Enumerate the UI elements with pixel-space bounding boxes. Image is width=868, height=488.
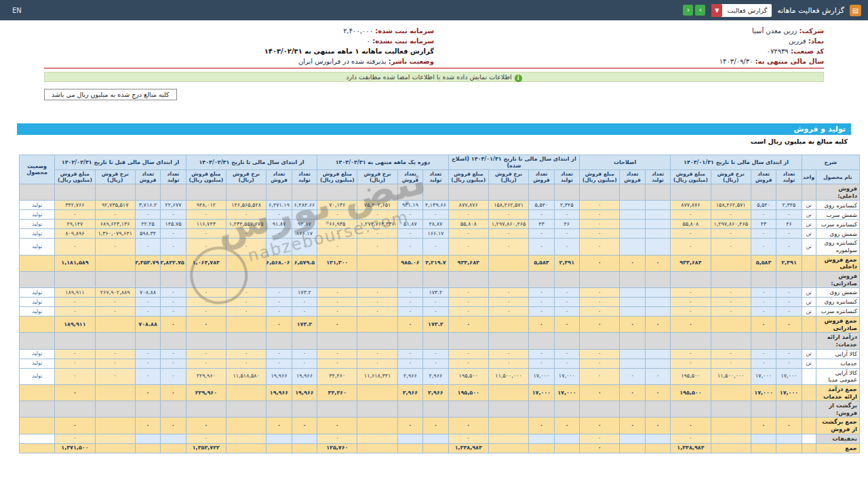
table-cell: ۹۳۳,۶۸۴ xyxy=(671,255,711,271)
table-cell: ۱,۰۶۴,۷۸۴ xyxy=(186,255,226,271)
table-cell: ۶,۵۷۹.۵ xyxy=(292,255,317,271)
table-cell xyxy=(488,384,528,401)
table-row: جمع۱,۳۴۸,۹۸۴۰۱,۳۴۸,۹۸۴۱۲۵,۷۶۰۱,۳۵۳,۷۲۲۱,… xyxy=(20,443,860,453)
table-cell: ۱۱۶,۷۴۳ xyxy=(186,220,226,229)
table-cell: ۰ xyxy=(397,359,422,368)
table-cell xyxy=(161,184,186,201)
info-value: ۲,۴۰۰,۰۰۰ xyxy=(343,27,373,35)
col-header: مبلغ فروش (میلیون ریال) xyxy=(317,170,357,184)
table-cell: ۰ xyxy=(226,359,267,368)
table-cell xyxy=(20,443,55,453)
table-row: کنسانتره رویتن۲,۳۴۵۵,۵۴۰۱۵۸,۴۶۲,۵۷۱۸۷۷,۸… xyxy=(20,201,860,210)
table-cell: ۰ xyxy=(186,288,226,298)
table-cell: ۰ xyxy=(292,418,317,434)
table-cell: ۰ xyxy=(776,418,802,434)
table-cell: ۰ xyxy=(317,210,357,220)
table-cell: ۱۹,۹۶۶ xyxy=(292,384,317,401)
table-cell: ۰ xyxy=(529,317,554,333)
table-cell: ۹۳۳,۶۸۴ xyxy=(448,255,488,271)
col-header: نرخ فروش (ریال) xyxy=(226,170,267,184)
table-cell: ۷۰۸.۸۸ xyxy=(135,288,160,298)
table-cell: ۱۹۵,۵۰۰ xyxy=(448,368,488,384)
info-row: نماد: فزرین xyxy=(434,36,824,46)
table-cell xyxy=(357,401,397,418)
table-cell: ۰ xyxy=(95,298,135,307)
table-cell: ۰ xyxy=(751,239,776,255)
table-cell xyxy=(423,443,448,453)
table-cell: ۰ xyxy=(186,434,226,443)
table-cell xyxy=(645,288,670,298)
table-cell: ۰ xyxy=(671,288,711,298)
table-cell xyxy=(645,298,670,307)
table-cell: ۰ xyxy=(267,210,292,220)
table-cell: ۰ xyxy=(448,359,488,368)
table-cell: تولید xyxy=(20,307,55,317)
next-report-button[interactable]: › xyxy=(695,5,705,16)
table-cell xyxy=(186,271,226,287)
table-cell: ۳۴,۴۶۰ xyxy=(317,384,357,401)
report-type-dropdown[interactable]: گزارش فعالیت ▼ xyxy=(711,4,772,17)
table-cell: ۰ xyxy=(292,239,317,255)
table-cell xyxy=(357,418,397,434)
table-cell: ۱,۲۹۷,۸۶۰,۴۶۵ xyxy=(711,220,751,229)
table-cell: ۱۷,۰۰۰ xyxy=(554,368,579,384)
table-cell: ۰ xyxy=(397,288,422,298)
table-cell: تن xyxy=(802,220,816,229)
table-cell xyxy=(20,418,55,434)
info-row: شرکت: زرین معدن آسیا xyxy=(434,26,824,36)
company-info-left: سرمایه ثبت شده: ۲,۴۰۰,۰۰۰سرمایه ثبت نشده… xyxy=(44,26,434,66)
table-cell xyxy=(580,184,620,201)
table-cell: ۰ xyxy=(317,288,357,298)
table-cell: ۰ xyxy=(488,298,528,307)
table-cell xyxy=(529,184,554,201)
table-cell: فروش صادراتی: xyxy=(816,271,859,287)
language-toggle[interactable]: EN xyxy=(12,7,22,14)
table-cell: ۴,۳۵۳.۷۹ xyxy=(135,255,160,271)
table-cell xyxy=(292,401,317,418)
col-header: نرخ فروش (ریال) xyxy=(488,170,528,184)
table-cell xyxy=(397,443,422,453)
table-cell: ۹۲,۷۳۵,۵۱۷ xyxy=(95,201,135,210)
table-cell: ۰ xyxy=(317,239,357,255)
table-cell: ۲۶۷,۹۰۲,۸۸۹ xyxy=(95,288,135,298)
table-cell: ۴,۲۱۹.۷ xyxy=(423,255,448,271)
col-header: تعداد تولید xyxy=(161,170,186,184)
table-cell xyxy=(20,333,55,349)
table-cell: ۰ xyxy=(55,307,95,317)
table-cell: تن xyxy=(802,229,816,239)
table-cell: ۰ xyxy=(488,359,528,368)
table-cell xyxy=(20,255,55,271)
table-cell xyxy=(55,401,95,418)
info-value: ۰ xyxy=(367,37,370,45)
table-cell xyxy=(620,220,645,229)
table-cell xyxy=(620,201,645,210)
table-cell: ۰ xyxy=(267,317,292,333)
table-cell xyxy=(645,307,670,317)
table-row: کنسانتره سربتن۰۰۰۰۰۰۰۰۰۰۰۰۰۰۰۰۰۰۰۰۰تولید xyxy=(20,307,860,317)
table-cell xyxy=(357,317,397,333)
amounts-note: کلیه مبالغ به میلیون ریال است xyxy=(0,138,848,145)
table-cell: ۰ xyxy=(776,210,802,220)
table-cell: ۰ xyxy=(645,317,670,333)
table-cell: ۰ xyxy=(186,307,226,317)
table-cell: ۰ xyxy=(776,229,802,239)
table-cell: ۰ xyxy=(554,210,579,220)
table-cell xyxy=(645,401,670,418)
top-navbar: ▤ گزارش فعالیت ماهانه گزارش فعالیت ▼ › ‹… xyxy=(0,0,868,20)
section-header: تولید و فروش xyxy=(17,123,851,135)
table-cell: ۷۰,۱۳۶ xyxy=(317,201,357,210)
table-cell: ۱۱,۵۱۸,۵۸۰ xyxy=(226,368,267,384)
info-value: پذیرفته شده در فرابورس ایران xyxy=(298,58,387,65)
report-icon[interactable]: ▤ xyxy=(850,5,861,16)
table-cell xyxy=(226,333,267,349)
table-cell xyxy=(554,401,579,418)
table-cell: ۰ xyxy=(95,349,135,359)
prev-report-button[interactable]: ‹ xyxy=(683,5,693,16)
table-cell: ۰ xyxy=(448,418,488,434)
table-cell: ۰ xyxy=(135,307,160,317)
col-header: مبلغ فروش (میلیون ریال) xyxy=(671,170,711,184)
table-cell xyxy=(423,271,448,287)
table-cell: ۰ xyxy=(488,349,528,359)
table-cell: ۰ xyxy=(751,298,776,307)
col-group: اصلاحات xyxy=(580,155,671,170)
